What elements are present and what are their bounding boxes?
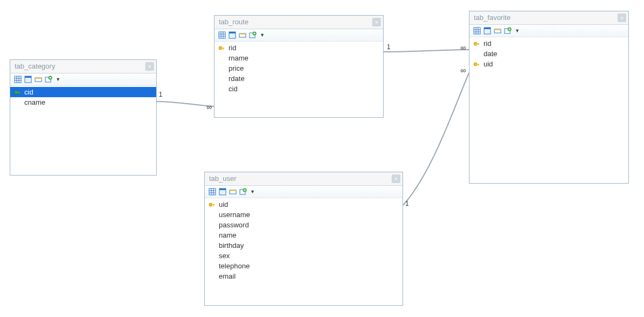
table-window-category[interactable]: tab_category × ▼ cid cname: [10, 59, 157, 176]
column-name: telephone: [219, 262, 398, 270]
column-name: sex: [219, 252, 398, 260]
cardinality-one: 1: [405, 200, 409, 207]
table-toolbar: ▼: [10, 73, 156, 86]
column-row[interactable]: date: [469, 49, 628, 59]
svg-rect-51: [209, 188, 216, 195]
toolbar-grid-icon[interactable]: [14, 75, 22, 84]
table-toolbar: ▼: [214, 29, 383, 42]
svg-rect-6: [25, 76, 31, 78]
toolbar-grid-icon[interactable]: [218, 31, 226, 39]
svg-rect-59: [230, 190, 236, 191]
svg-rect-57: [219, 188, 226, 190]
table-titlebar[interactable]: tab_category ×: [10, 60, 156, 73]
key-icon: [473, 61, 480, 68]
column-list: uid username password name birthday sex …: [205, 198, 403, 285]
toolbar-key-icon[interactable]: [493, 26, 502, 35]
svg-rect-31: [223, 48, 224, 50]
table-window-route[interactable]: tab_route × ▼ rid rname price: [214, 15, 384, 118]
column-row[interactable]: email: [205, 271, 403, 281]
column-row[interactable]: uid: [205, 199, 403, 210]
column-name: rid: [484, 39, 624, 48]
column-row[interactable]: rid: [214, 43, 383, 53]
cardinality-one: 1: [159, 91, 163, 98]
table-window-favorite[interactable]: tab_favorite × ▼ rid date: [469, 11, 629, 184]
column-name: rdate: [229, 75, 379, 83]
toolbar-add-icon[interactable]: [249, 31, 257, 39]
column-name: price: [229, 64, 379, 72]
toolbar-grid-icon[interactable]: [208, 187, 217, 196]
close-icon[interactable]: ×: [145, 62, 154, 71]
column-name: username: [219, 211, 398, 219]
column-name: rid: [229, 44, 379, 52]
toolbar-grid-icon[interactable]: [473, 26, 481, 35]
column-row[interactable]: password: [205, 220, 403, 230]
column-row[interactable]: rid: [469, 38, 628, 49]
table-title: tab_favorite: [474, 11, 618, 24]
toolbar-table-icon[interactable]: [24, 75, 32, 84]
column-row[interactable]: cid: [214, 84, 383, 94]
table-window-user[interactable]: tab_user × ▼ uid username passwo: [204, 172, 403, 306]
svg-rect-47: [478, 43, 479, 45]
column-name: uid: [484, 60, 624, 68]
toolbar-key-icon[interactable]: [238, 31, 247, 39]
column-name: name: [219, 231, 398, 239]
svg-rect-32: [474, 28, 480, 34]
column-row[interactable]: cname: [10, 97, 156, 107]
column-name: date: [484, 50, 624, 58]
column-name: cid: [24, 88, 152, 96]
toolbar-dropdown-icon[interactable]: ▼: [260, 31, 265, 39]
column-row[interactable]: username: [205, 210, 403, 220]
column-list: cid cname: [10, 86, 156, 111]
column-name: cname: [24, 98, 152, 106]
svg-rect-24: [239, 33, 246, 35]
toolbar-dropdown-icon[interactable]: ▼: [515, 26, 520, 35]
column-row[interactable]: sex: [205, 251, 403, 261]
table-titlebar[interactable]: tab_user ×: [205, 172, 403, 186]
column-row[interactable]: birthday: [205, 240, 403, 251]
toolbar-table-icon[interactable]: [228, 31, 237, 39]
key-icon: [208, 201, 216, 208]
column-row[interactable]: rname: [214, 53, 383, 63]
toolbar-dropdown-icon[interactable]: ▼: [56, 75, 61, 84]
column-row[interactable]: name: [205, 230, 403, 240]
column-row[interactable]: rdate: [214, 73, 383, 84]
column-name: email: [219, 272, 398, 280]
toolbar-key-icon[interactable]: [34, 75, 43, 84]
close-icon[interactable]: ×: [372, 18, 381, 26]
toolbar-add-icon[interactable]: [504, 26, 512, 35]
close-icon[interactable]: ×: [392, 174, 400, 183]
toolbar-table-icon[interactable]: [218, 187, 227, 196]
toolbar-dropdown-icon[interactable]: ▼: [250, 187, 255, 196]
svg-rect-38: [484, 28, 491, 29]
table-titlebar[interactable]: tab_favorite ×: [469, 11, 628, 25]
key-icon: [14, 89, 21, 96]
svg-rect-8: [35, 78, 42, 79]
table-title: tab_route: [219, 16, 372, 29]
cardinality-many: ∞: [460, 66, 466, 75]
toolbar-key-icon[interactable]: [229, 187, 237, 196]
cardinality-many: ∞: [460, 43, 466, 52]
svg-rect-66: [213, 204, 214, 206]
column-name: uid: [219, 200, 398, 208]
toolbar-table-icon[interactable]: [483, 26, 492, 35]
table-toolbar: ▼: [469, 25, 628, 37]
key-icon: [473, 41, 480, 47]
table-title: tab_category: [15, 60, 145, 73]
column-row[interactable]: telephone: [205, 261, 403, 271]
svg-rect-15: [19, 92, 20, 94]
close-icon[interactable]: ×: [618, 14, 626, 22]
svg-rect-22: [229, 32, 236, 33]
toolbar-add-icon[interactable]: [239, 187, 247, 196]
column-row-selected[interactable]: cid: [10, 87, 156, 97]
column-name: cid: [229, 85, 379, 93]
column-row[interactable]: uid: [469, 59, 628, 69]
column-name: rname: [229, 54, 379, 62]
column-list: rid date uid: [469, 37, 628, 72]
svg-rect-16: [219, 32, 225, 38]
toolbar-add-icon[interactable]: [44, 75, 53, 84]
key-icon: [218, 45, 225, 51]
column-row[interactable]: price: [214, 63, 383, 73]
svg-rect-0: [15, 76, 21, 83]
cardinality-many: ∞: [206, 103, 212, 111]
table-titlebar[interactable]: tab_route ×: [214, 16, 383, 29]
